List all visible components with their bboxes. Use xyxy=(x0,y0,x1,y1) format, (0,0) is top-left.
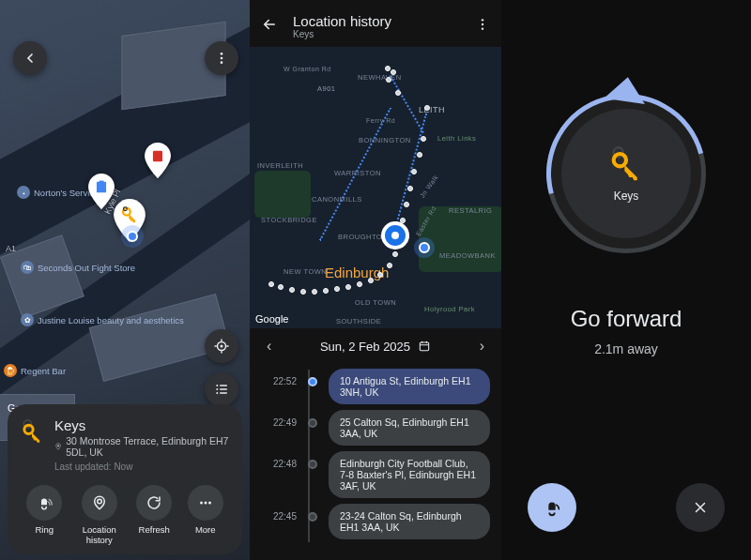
ring-button[interactable] xyxy=(528,483,576,532)
svg-point-20 xyxy=(208,502,211,505)
timeline-dot xyxy=(308,377,317,386)
track-dot xyxy=(345,284,351,290)
svg-point-11 xyxy=(216,385,218,386)
map-label: W Granton Rd xyxy=(284,66,331,72)
poi-label: Justine Louise beauty and aesthetics xyxy=(38,315,184,325)
poi-seconds[interactable]: 🛍Seconds Out Fight Store xyxy=(21,261,135,274)
track-dot xyxy=(357,281,362,287)
item-card[interactable]: Keys 30 Montrose Terrace, Edinburgh EH7 … xyxy=(8,404,242,554)
history-map[interactable]: W Granton Rd NEWHAVEN A901 LEITH Ferry R… xyxy=(250,47,501,328)
direction-panel: Keys Go forward 2.1m away xyxy=(501,0,751,560)
date-text: Sun, 2 Feb 2025 xyxy=(320,340,410,354)
compass-item-label: Keys xyxy=(614,189,639,203)
main-map-panel: A1 Kyle Pl ⬩Norton's Servicing 🛍Seconds … xyxy=(0,0,250,560)
next-day-button[interactable]: › xyxy=(480,338,484,355)
svg-point-10 xyxy=(221,345,223,348)
close-icon xyxy=(692,499,709,516)
map-label: OLD TOWN xyxy=(355,298,396,307)
key-icon xyxy=(607,144,645,182)
timeline-time: 22:48 xyxy=(261,451,297,469)
selected-date[interactable]: Sun, 2 Feb 2025 xyxy=(320,340,431,354)
track-dot xyxy=(386,77,391,83)
action-label: Location history xyxy=(78,524,121,545)
more-action[interactable]: More xyxy=(188,485,223,545)
track-dot xyxy=(392,251,398,257)
locate-icon xyxy=(213,338,230,355)
key-icon xyxy=(19,417,45,444)
svg-rect-1 xyxy=(153,151,162,161)
back-button[interactable] xyxy=(13,41,47,75)
ring-action[interactable]: Ring xyxy=(26,485,62,545)
track-dot xyxy=(417,152,422,158)
track-dot xyxy=(404,202,409,207)
track-dot xyxy=(268,281,274,287)
compass-center: Keys xyxy=(561,109,691,238)
refresh-action[interactable]: Refresh xyxy=(136,485,172,545)
google-attribution: Google xyxy=(255,313,288,325)
track-dot xyxy=(385,66,391,71)
track-dot xyxy=(395,90,401,96)
page-subtitle: Keys xyxy=(293,29,464,39)
more-vert-icon xyxy=(475,17,490,32)
prev-day-button[interactable]: ‹ xyxy=(267,338,271,355)
poi-justine[interactable]: ✿Justine Louise beauty and aesthetics xyxy=(21,313,184,326)
svg-point-26 xyxy=(614,154,626,166)
user-location-dot xyxy=(419,242,430,253)
direction-compass: Keys xyxy=(546,94,706,253)
map-label: BONNINGTON xyxy=(359,136,411,144)
close-button[interactable] xyxy=(676,483,725,532)
track-dot xyxy=(377,272,383,278)
chevron-left-icon xyxy=(23,51,38,66)
track-dot xyxy=(391,69,396,75)
track-dot xyxy=(278,284,284,290)
tag-pin-luggage[interactable] xyxy=(143,143,173,178)
history-panel: Location history Keys W Granton Rd NEWHA… xyxy=(250,0,501,560)
svg-point-16 xyxy=(57,445,59,446)
current-location-pin[interactable] xyxy=(381,221,409,250)
map-label: MEADOWBANK xyxy=(439,251,496,260)
svg-point-21 xyxy=(482,19,483,21)
svg-point-17 xyxy=(98,499,102,504)
more-button[interactable] xyxy=(205,41,238,75)
action-label: More xyxy=(195,524,216,535)
timeline-row[interactable]: 22:48 Edinburgh City Football Club, 7-8 … xyxy=(261,448,490,501)
direction-instruction: Go forward xyxy=(571,306,682,332)
timeline-row[interactable]: 22:45 23-24 Calton Sq, Edinburgh EH1 3AA… xyxy=(261,501,490,542)
direction-distance: 2.1m away xyxy=(594,341,658,356)
svg-rect-24 xyxy=(420,342,428,351)
recenter-button[interactable] xyxy=(205,329,238,363)
track-dot xyxy=(424,105,430,111)
map-label: SOUTHSIDE xyxy=(336,317,381,325)
timeline-dot xyxy=(308,418,317,428)
map-label: CANONMILLS xyxy=(312,195,362,204)
timeline-row[interactable]: 22:49 25 Calton Sq, Edinburgh EH1 3AA, U… xyxy=(261,407,490,448)
map-label: Holyrood Park xyxy=(424,305,475,313)
list-icon xyxy=(214,382,229,397)
timeline-address: 23-24 Calton Sq, Edinburgh EH1 3AA, UK xyxy=(329,504,490,539)
history-action[interactable]: Location history xyxy=(78,485,121,545)
poi-regent[interactable]: 🍺Regent Bar xyxy=(4,364,66,377)
back-button[interactable] xyxy=(261,16,282,38)
item-address: 30 Montrose Terrace, Edinburgh EH7 5DL, … xyxy=(54,435,231,458)
list-view-button[interactable] xyxy=(205,372,238,406)
page-title: Location history xyxy=(293,13,464,29)
user-location-dot xyxy=(127,231,138,242)
svg-point-23 xyxy=(482,27,483,29)
track-dot xyxy=(312,289,317,295)
action-label: Ring xyxy=(35,524,54,535)
timeline-address: Edinburgh City Football Club, 7-8 Baxter… xyxy=(329,451,490,498)
timeline-time: 22:45 xyxy=(261,504,297,522)
date-selector: ‹ Sun, 2 Feb 2025 › xyxy=(250,328,501,366)
calendar-icon xyxy=(418,340,431,353)
timeline-time: 22:52 xyxy=(261,369,297,386)
svg-point-15 xyxy=(24,425,33,433)
timeline-row[interactable]: 22:52 10 Antigua St, Edinburgh EH1 3NH, … xyxy=(261,366,490,407)
location-history-icon xyxy=(91,494,108,511)
more-button[interactable] xyxy=(475,17,490,36)
map-label: LEITH xyxy=(419,105,445,114)
timeline-dot xyxy=(308,460,317,469)
road-label: A1 xyxy=(6,244,16,253)
map-label: STOCKBRIDGE xyxy=(261,216,317,224)
refresh-icon xyxy=(146,494,162,511)
poi-label: Seconds Out Fight Store xyxy=(38,263,135,273)
